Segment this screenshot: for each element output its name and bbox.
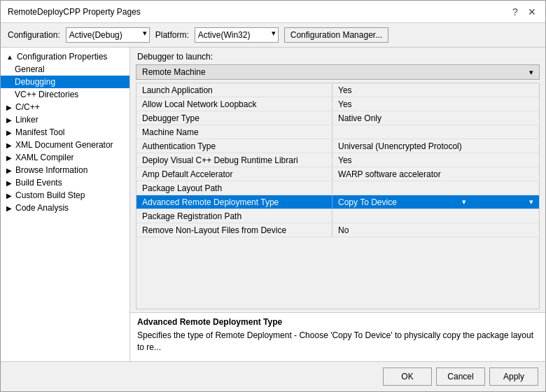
sidebar-item-general[interactable]: General xyxy=(1,63,130,76)
prop-value xyxy=(332,125,539,139)
properties-table: Launch Application Yes Allow Local Netwo… xyxy=(136,83,540,309)
table-row-selected[interactable]: Advanced Remote Deployment Type Copy To … xyxy=(136,195,539,209)
expand-arrow: ▲ xyxy=(6,53,13,61)
sidebar-item-label: Linker xyxy=(15,115,38,125)
prop-name: Authentication Type xyxy=(136,139,332,153)
sidebar-item-custom-build[interactable]: ▶ Custom Build Step xyxy=(1,189,130,202)
config-row: Configuration: Active(Debug) Platform: A… xyxy=(1,23,545,48)
expand-arrow: ▶ xyxy=(6,179,12,187)
debugger-label: Debugger to launch: xyxy=(130,48,545,64)
prop-value: Yes xyxy=(332,153,539,167)
prop-value xyxy=(332,209,539,223)
expand-arrow: ▶ xyxy=(6,129,12,136)
sidebar-item-label: Custom Build Step xyxy=(15,190,85,200)
window-title: RemoteDeployCPP Property Pages xyxy=(8,7,141,17)
expand-arrow: ▶ xyxy=(6,141,12,149)
config-select-wrapper[interactable]: Active(Debug) xyxy=(66,27,150,43)
table-row[interactable]: Deploy Visual C++ Debug Runtime Librari … xyxy=(136,153,539,167)
prop-value: No xyxy=(332,223,539,237)
remote-machine-dropdown-arrow[interactable]: ▾ xyxy=(529,68,533,77)
platform-select[interactable]: Active(Win32) xyxy=(195,27,279,43)
table-row[interactable]: Authentication Type Universal (Unencrypt… xyxy=(136,139,539,153)
table-row[interactable]: Machine Name xyxy=(136,125,539,139)
platform-select-wrapper[interactable]: Active(Win32) xyxy=(195,27,279,43)
remote-machine-label: Remote Machine xyxy=(142,67,206,77)
description-panel: Advanced Remote Deployment Type Specifie… xyxy=(130,312,545,361)
prop-name: Amp Default Accelerator xyxy=(136,167,332,181)
prop-name: Allow Local Network Loopback xyxy=(136,97,332,111)
description-title: Advanced Remote Deployment Type xyxy=(137,317,538,327)
sidebar-item-label: VC++ Directories xyxy=(15,90,78,99)
sidebar-item-label: XAML Compiler xyxy=(15,153,74,162)
title-bar: RemoteDeployCPP Property Pages ? ✕ xyxy=(1,1,545,23)
sidebar-item-label: Code Analysis xyxy=(15,203,69,213)
remote-machine-header[interactable]: Remote Machine ▾ xyxy=(136,64,540,80)
sidebar-item-code-analysis[interactable]: ▶ Code Analysis xyxy=(1,202,130,214)
sidebar-item-label: C/C++ xyxy=(15,102,40,112)
table-row[interactable]: Debugger Type Native Only xyxy=(136,111,539,125)
prop-name: Debugger Type xyxy=(136,111,332,125)
configuration-manager-button[interactable]: Configuration Manager... xyxy=(284,27,388,43)
expand-arrow: ▶ xyxy=(6,104,12,111)
prop-value: Yes xyxy=(332,83,539,97)
property-pages-window: RemoteDeployCPP Property Pages ? ✕ Confi… xyxy=(0,0,546,392)
description-text: Specifies the type of Remote Deployment … xyxy=(137,330,538,354)
prop-name: Launch Application xyxy=(136,83,332,97)
prop-value xyxy=(332,181,539,195)
expand-arrow: ▶ xyxy=(6,192,12,200)
sidebar-item-vc-dirs[interactable]: VC++ Directories xyxy=(1,88,130,101)
sidebar-item-label: Debugging xyxy=(15,77,55,87)
prop-name: Advanced Remote Deployment Type xyxy=(136,195,332,209)
prop-name: Deploy Visual C++ Debug Runtime Librari xyxy=(136,153,332,167)
platform-label: Platform: xyxy=(155,30,189,40)
expand-arrow: ▶ xyxy=(6,167,12,174)
sidebar-item-label: Build Events xyxy=(15,178,62,188)
sidebar-item-label: Browse Information xyxy=(15,165,88,175)
right-panel: Debugger to launch: Remote Machine ▾ Lau… xyxy=(130,48,545,361)
table-row[interactable]: Allow Local Network Loopback Yes xyxy=(136,97,539,111)
config-label: Configuration: xyxy=(8,30,60,40)
sidebar-item-label: General xyxy=(15,64,45,74)
prop-value: WARP software accelerator xyxy=(332,167,539,181)
ok-button[interactable]: OK xyxy=(383,368,432,386)
sidebar-item-xml-doc[interactable]: ▶ XML Document Generator xyxy=(1,139,130,151)
expand-arrow: ▶ xyxy=(6,116,12,124)
prop-name: Package Registration Path xyxy=(136,209,332,223)
sidebar-item-label: Configuration Properties xyxy=(17,52,107,62)
sidebar-item-debugging[interactable]: Debugging xyxy=(1,76,130,88)
table-row[interactable]: Amp Default Accelerator WARP software ac… xyxy=(136,167,539,181)
cancel-button[interactable]: Cancel xyxy=(436,368,485,386)
prop-name: Machine Name xyxy=(136,125,332,139)
close-button[interactable]: ✕ xyxy=(526,6,538,18)
table-row[interactable]: Package Layout Path xyxy=(136,181,539,195)
help-button[interactable]: ? xyxy=(509,6,522,18)
main-content: ▲ Configuration Properties General Debug… xyxy=(1,48,545,361)
title-bar-controls: ? ✕ xyxy=(509,6,538,18)
apply-button[interactable]: Apply xyxy=(489,368,538,386)
button-row: OK Cancel Apply xyxy=(1,361,545,391)
prop-name: Package Layout Path xyxy=(136,181,332,195)
prop-value: Native Only xyxy=(332,111,539,125)
dropdown-arrow-icon[interactable]: ▾ xyxy=(462,197,466,206)
prop-value-text: Copy To Device xyxy=(338,197,397,207)
sidebar-item-build-events[interactable]: ▶ Build Events xyxy=(1,176,130,189)
sidebar: ▲ Configuration Properties General Debug… xyxy=(1,48,130,361)
config-select[interactable]: Active(Debug) xyxy=(66,27,150,43)
prop-value[interactable]: Copy To Device ▾ xyxy=(332,195,539,209)
prop-value: Yes xyxy=(332,97,539,111)
sidebar-item-label: XML Document Generator xyxy=(15,140,113,150)
sidebar-item-cpp[interactable]: ▶ C/C++ xyxy=(1,101,130,113)
expand-arrow: ▶ xyxy=(6,154,12,162)
sidebar-item-xaml-compiler[interactable]: ▶ XAML Compiler xyxy=(1,151,130,164)
sidebar-item-browse-info[interactable]: ▶ Browse Information xyxy=(1,164,130,176)
table-row[interactable]: Launch Application Yes xyxy=(136,83,539,97)
sidebar-item-linker[interactable]: ▶ Linker xyxy=(1,113,130,126)
expand-arrow: ▶ xyxy=(6,204,12,212)
table-row[interactable]: Remove Non-Layout Files from Device No xyxy=(136,223,539,237)
table-row[interactable]: Package Registration Path xyxy=(136,209,539,223)
sidebar-item-config-props[interactable]: ▲ Configuration Properties xyxy=(1,50,130,63)
prop-value: Universal (Unencrypted Protocol) xyxy=(332,139,539,153)
sidebar-item-label: Manifest Tool xyxy=(15,127,64,137)
sidebar-item-manifest-tool[interactable]: ▶ Manifest Tool xyxy=(1,126,130,139)
prop-name: Remove Non-Layout Files from Device xyxy=(136,223,332,237)
